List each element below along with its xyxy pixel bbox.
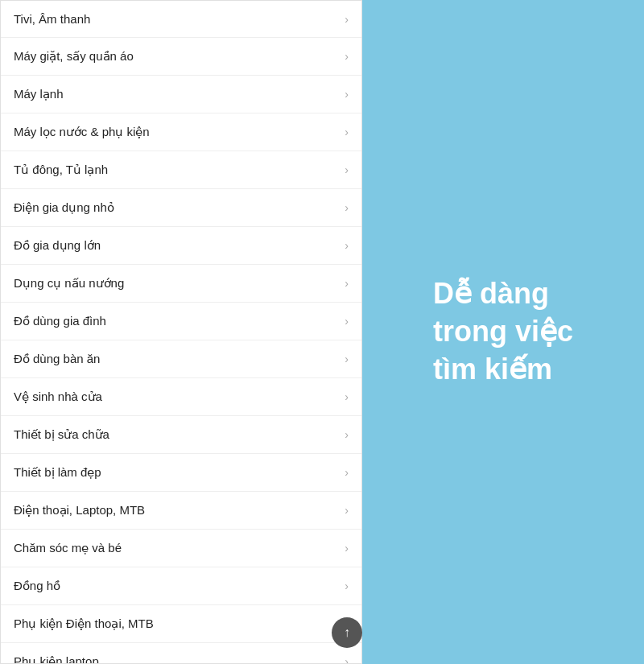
menu-item-may-loc-nuoc[interactable]: Máy lọc nước & phụ kiện› xyxy=(1,113,361,151)
menu-item-label: Đồ dùng bàn ăn xyxy=(14,352,100,366)
tagline-line2: trong việc xyxy=(433,315,573,348)
menu-item-label: Máy lọc nước & phụ kiện xyxy=(14,125,150,139)
chevron-right-icon: › xyxy=(345,353,349,365)
menu-item-label: Điện gia dụng nhỏ xyxy=(14,200,114,215)
scroll-to-top-button[interactable]: ↑ xyxy=(332,617,362,648)
chevron-right-icon: › xyxy=(345,277,349,290)
menu-item-label: Tủ đông, Tủ lạnh xyxy=(14,163,108,177)
menu-item-label: Đồ gia dụng lớn xyxy=(14,238,101,253)
right-panel: Dễ dàng trong việc tìm kiếm xyxy=(362,0,644,664)
menu-item-do-dung-gia-dinh[interactable]: Đồ dùng gia đình› xyxy=(1,303,361,340)
menu-item-may-lanh[interactable]: Máy lạnh› xyxy=(1,76,361,113)
menu-item-tu-dong[interactable]: Tủ đông, Tủ lạnh› xyxy=(1,151,361,189)
chevron-right-icon: › xyxy=(345,390,349,403)
menu-item-thiet-bi-sua-chua[interactable]: Thiết bị sửa chữa› xyxy=(1,416,361,454)
chevron-right-icon: › xyxy=(345,542,349,555)
menu-list: Tivi, Âm thanh›Máy giặt, sấy quần áo›Máy… xyxy=(0,0,362,664)
menu-item-label: Đồng hồ xyxy=(14,579,60,593)
chevron-right-icon: › xyxy=(345,201,349,214)
menu-item-label: Thiết bị sửa chữa xyxy=(14,427,109,442)
tagline-line1: Dễ dàng xyxy=(433,277,549,310)
menu-item-label: Đồ dùng gia đình xyxy=(14,314,106,328)
menu-item-phu-kien-laptop[interactable]: Phụ kiện laptop› xyxy=(1,643,361,664)
menu-item-label: Thiết bị làm đẹp xyxy=(14,465,101,480)
menu-item-label: Chăm sóc mẹ và bé xyxy=(14,541,122,555)
menu-item-dien-gia-dung-nho[interactable]: Điện gia dụng nhỏ› xyxy=(1,189,361,227)
chevron-right-icon: › xyxy=(345,163,349,176)
menu-item-do-gia-dung-lon[interactable]: Đồ gia dụng lớn› xyxy=(1,227,361,265)
menu-item-label: Máy lạnh xyxy=(14,87,64,101)
scroll-to-top-icon: ↑ xyxy=(344,625,350,640)
menu-item-label: Tivi, Âm thanh xyxy=(14,12,90,26)
menu-item-dong-ho[interactable]: Đồng hồ› xyxy=(1,567,361,605)
chevron-right-icon: › xyxy=(345,655,349,664)
menu-item-label: Máy giặt, sấy quần áo xyxy=(14,49,134,64)
chevron-right-icon: › xyxy=(345,239,349,252)
tagline-line3: tìm kiếm xyxy=(433,353,552,386)
chevron-right-icon: › xyxy=(345,315,349,328)
menu-item-label: Phụ kiện Điện thoại, MTB xyxy=(14,617,154,631)
chevron-right-icon: › xyxy=(345,504,349,517)
menu-item-may-giat[interactable]: Máy giặt, sấy quần áo› xyxy=(1,38,361,76)
menu-item-thiet-bi-lam-dep[interactable]: Thiết bị làm đẹp› xyxy=(1,454,361,492)
chevron-right-icon: › xyxy=(345,50,349,63)
chevron-right-icon: › xyxy=(345,579,349,592)
menu-item-dung-cu-nau-nuong[interactable]: Dụng cụ nấu nướng› xyxy=(1,265,361,303)
menu-item-label: Phụ kiện laptop xyxy=(14,654,99,664)
menu-item-tivi[interactable]: Tivi, Âm thanh› xyxy=(1,1,361,38)
chevron-right-icon: › xyxy=(345,88,349,101)
menu-item-label: Vệ sinh nhà cửa xyxy=(14,390,102,404)
chevron-right-icon: › xyxy=(345,13,349,26)
menu-item-do-dung-ban-an[interactable]: Đồ dùng bàn ăn› xyxy=(1,340,361,378)
menu-item-phu-kien-dien-thoai[interactable]: Phụ kiện Điện thoại, MTB› xyxy=(1,605,361,643)
chevron-right-icon: › xyxy=(345,466,349,479)
menu-item-cham-soc-me-be[interactable]: Chăm sóc mẹ và bé› xyxy=(1,530,361,567)
menu-item-label: Dụng cụ nấu nướng xyxy=(14,276,124,291)
tagline: Dễ dàng trong việc tìm kiếm xyxy=(433,275,573,388)
menu-item-dien-thoai[interactable]: Điện thoại, Laptop, MTB› xyxy=(1,492,361,530)
chevron-right-icon: › xyxy=(345,126,349,138)
menu-item-label: Điện thoại, Laptop, MTB xyxy=(14,503,145,518)
chevron-right-icon: › xyxy=(345,428,349,441)
menu-item-ve-sinh-nha-cua[interactable]: Vệ sinh nhà cửa› xyxy=(1,378,361,416)
